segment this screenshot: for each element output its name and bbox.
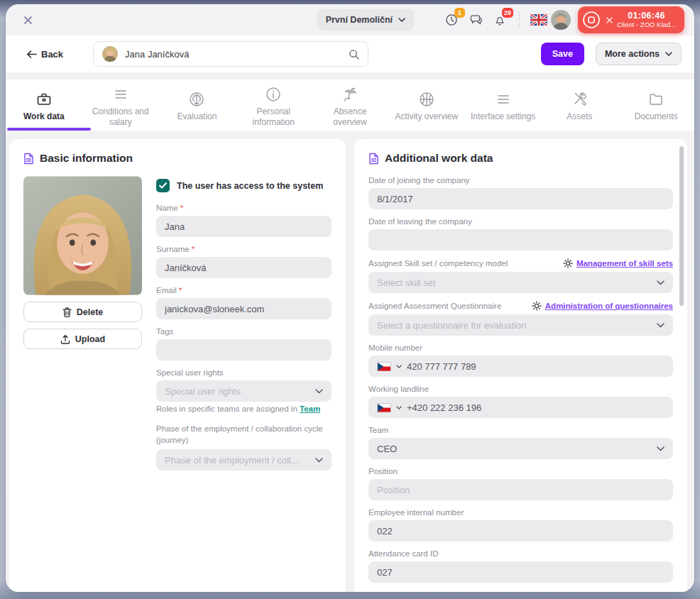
phase-label: Phase of the employment / collaboration … xyxy=(156,423,332,446)
tab-absence-overview[interactable]: Absence overview xyxy=(312,79,388,131)
questionnaire-label: Assigned Assessment Questionnaire xyxy=(368,302,501,310)
phase-select[interactable]: Phase of the employment / coll... xyxy=(156,449,332,471)
folder-icon xyxy=(647,91,665,108)
messages-button[interactable] xyxy=(464,9,488,31)
back-arrow-icon xyxy=(27,50,37,58)
landline-field[interactable]: +420 222 236 196 xyxy=(368,397,673,418)
employee-search[interactable] xyxy=(93,41,368,67)
content-area: Basic information Delete xyxy=(6,131,694,592)
mobile-field[interactable]: 420 777 777 789 xyxy=(368,356,673,377)
access-checkbox-label: The user has access to the system xyxy=(177,181,323,191)
leaving-date-label: Date of leaving the company xyxy=(368,217,673,226)
surname-field[interactable] xyxy=(156,257,332,278)
close-icon[interactable] xyxy=(18,11,37,29)
joining-date-field[interactable] xyxy=(368,188,673,209)
roles-note: Roles in specific teams are assigned in … xyxy=(156,405,332,413)
gear-icon xyxy=(532,301,542,311)
skillset-management-link[interactable]: Management of skill sets xyxy=(563,258,673,268)
brain-icon xyxy=(188,91,205,108)
timer-client: Client - ZOO Klad... xyxy=(617,21,676,29)
work-location-label: Work location xyxy=(368,590,673,592)
tab-personal-information[interactable]: Personal information xyxy=(235,79,312,131)
ball-icon xyxy=(418,91,435,108)
card-id-label: Attendance card ID xyxy=(368,549,673,558)
app-window: První Demoliční 1 29 xyxy=(6,4,694,592)
basic-information-panel: Basic information Delete xyxy=(9,139,346,592)
upload-photo-button[interactable]: Upload xyxy=(23,329,142,349)
position-label: Position xyxy=(368,467,673,476)
landline-label: Working landline xyxy=(368,385,673,393)
running-timer[interactable]: 01:06:46 Client - ZOO Klad... xyxy=(578,6,684,33)
leaving-date-field[interactable] xyxy=(368,229,673,251)
tools-icon xyxy=(571,91,588,108)
time-tracking-button[interactable]: 1 xyxy=(439,9,464,31)
chevron-down-icon xyxy=(396,406,402,410)
gear-icon xyxy=(563,258,573,268)
cz-flag-icon xyxy=(377,403,391,412)
lines-icon xyxy=(112,86,129,103)
tab-documents[interactable]: Documents xyxy=(618,79,694,131)
checkbox-check-icon xyxy=(156,179,170,192)
tags-field[interactable] xyxy=(156,339,332,361)
chevron-down-icon xyxy=(315,389,323,394)
chevron-down-icon xyxy=(398,18,405,22)
access-checkbox[interactable]: The user has access to the system xyxy=(156,179,332,192)
email-label: Email* xyxy=(156,286,332,295)
tab-assets[interactable]: Assets xyxy=(541,79,618,131)
uk-flag-icon xyxy=(530,14,547,26)
timer-time: 01:06:46 xyxy=(617,11,676,21)
employee-toolbar: Back Save More actions xyxy=(6,35,694,72)
search-avatar xyxy=(102,46,118,62)
cz-flag-icon xyxy=(377,362,391,371)
chevron-down-icon xyxy=(657,280,665,285)
briefcase-icon xyxy=(35,91,53,108)
chevron-down-icon xyxy=(657,323,665,328)
joining-date-label: Date of joining the company xyxy=(368,176,673,185)
tab-evaluation[interactable]: Evaluation xyxy=(159,79,236,131)
card-id-field[interactable] xyxy=(368,561,673,583)
timer-text: 01:06:46 Client - ZOO Klad... xyxy=(617,11,676,28)
chevron-down-icon xyxy=(665,52,672,56)
back-button[interactable]: Back xyxy=(27,49,63,60)
skillset-select[interactable]: Select skill set xyxy=(368,272,673,293)
position-field[interactable] xyxy=(368,479,673,500)
info-icon xyxy=(265,86,282,103)
more-actions-button[interactable]: More actions xyxy=(596,43,682,65)
tab-conditions-and-salary[interactable]: Conditions and salary xyxy=(82,79,159,131)
tab-work-data[interactable]: Work data xyxy=(6,79,82,131)
delete-photo-button[interactable]: Delete xyxy=(23,302,142,322)
save-button[interactable]: Save xyxy=(541,43,584,65)
profile-tabs: Work data Conditions and salary Evaluati… xyxy=(6,79,694,131)
tab-activity-overview[interactable]: Activity overview xyxy=(388,79,465,131)
chevron-down-icon xyxy=(657,446,665,451)
discard-timer-icon[interactable] xyxy=(606,17,613,23)
search-input[interactable] xyxy=(125,49,341,60)
special-rights-label: Special user rights xyxy=(156,368,332,377)
basic-information-title: Basic information xyxy=(23,152,332,165)
tab-interface-settings[interactable]: Interface settings xyxy=(465,79,542,131)
panel-scrollbar[interactable] xyxy=(679,146,684,306)
chevron-down-icon xyxy=(315,458,323,463)
email-field[interactable] xyxy=(156,298,332,319)
language-switcher[interactable] xyxy=(527,9,551,31)
upload-icon xyxy=(60,334,70,344)
chevron-down-icon xyxy=(396,365,402,368)
notifications-button[interactable]: 29 xyxy=(488,9,512,31)
team-select[interactable]: CEO xyxy=(368,438,673,459)
questionnaire-select[interactable]: Select a questionnaire for evaluation xyxy=(368,314,673,336)
header-divider xyxy=(519,11,520,28)
user-avatar[interactable] xyxy=(551,10,571,30)
skillset-label: Assigned Skill set / competency model xyxy=(368,259,508,268)
search-icon xyxy=(349,49,359,60)
company-switcher[interactable]: První Demoliční xyxy=(317,9,414,31)
surname-label: Surname* xyxy=(156,245,332,253)
additional-work-data-title: Additional work data xyxy=(368,152,673,165)
name-field[interactable] xyxy=(156,216,332,237)
internal-number-label: Employee internal number xyxy=(368,508,673,517)
special-rights-select[interactable]: Special user rights xyxy=(156,380,332,402)
team-link[interactable]: Team xyxy=(300,405,320,413)
stop-timer-icon[interactable] xyxy=(581,9,602,31)
questionnaire-admin-link[interactable]: Administration of questionnaires xyxy=(532,301,673,311)
internal-number-field[interactable] xyxy=(368,520,673,542)
chat-icon xyxy=(469,13,483,27)
